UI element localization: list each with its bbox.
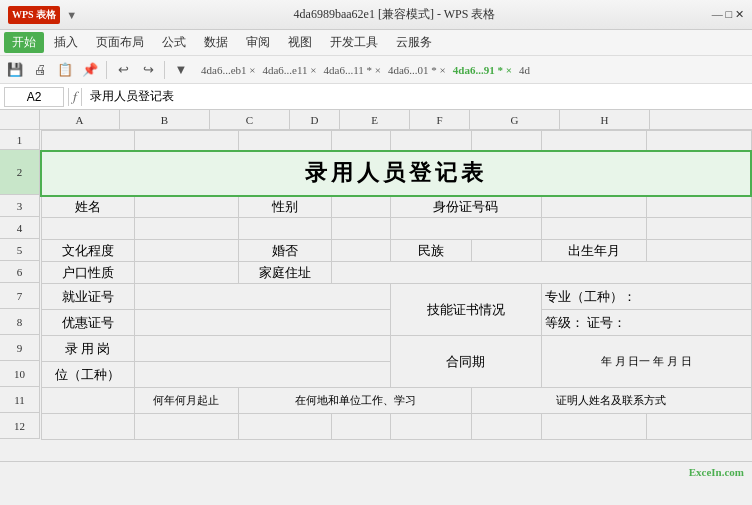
cell-c5[interactable]: 婚否 (239, 240, 332, 262)
cell-d3[interactable] (332, 196, 390, 218)
title-bar: WPS 表格 ▼ 4da6989baa62e1 [兼容模式] - WPS 表格 … (0, 0, 752, 30)
toolbar-paste[interactable]: 📌 (79, 59, 101, 81)
cell-b10[interactable] (134, 362, 390, 388)
toolbar-save[interactable]: 💾 (4, 59, 26, 81)
cell-f5[interactable] (472, 240, 542, 262)
cell-d5[interactable] (332, 240, 390, 262)
cell-e9[interactable]: 合同期 (390, 336, 541, 388)
cell-d1[interactable] (332, 131, 390, 151)
cell-h4[interactable] (646, 218, 751, 240)
formula-icon: 𝑓 (73, 89, 77, 105)
cell-f12[interactable] (472, 414, 542, 440)
cell-b12[interactable] (134, 414, 239, 440)
cell-a7[interactable]: 就业证号 (41, 284, 134, 310)
menu-data[interactable]: 数据 (196, 32, 236, 53)
cell-a4[interactable] (41, 218, 134, 240)
toolbar-print[interactable]: 🖨 (29, 59, 51, 81)
table-row (41, 131, 751, 151)
cell-h12[interactable] (646, 414, 751, 440)
cell-b6[interactable] (134, 262, 239, 284)
menu-start[interactable]: 开始 (4, 32, 44, 53)
menu-insert[interactable]: 插入 (46, 32, 86, 53)
col-header-a: A (40, 110, 120, 129)
col-header-e: E (340, 110, 410, 129)
cell-a8[interactable]: 优惠证号 (41, 310, 134, 336)
cell-b4[interactable] (134, 218, 239, 240)
formula-sep2 (81, 88, 82, 106)
cell-reference[interactable] (4, 87, 64, 107)
formula-input[interactable] (86, 87, 748, 107)
menu-formula[interactable]: 公式 (154, 32, 194, 53)
window-controls[interactable]: — □ ✕ (712, 8, 744, 21)
cell-b8[interactable] (134, 310, 390, 336)
cell-e1[interactable] (390, 131, 471, 151)
cell-a3[interactable]: 姓名 (41, 196, 134, 218)
tab-label-6: 4d (519, 64, 530, 76)
cell-e12[interactable] (390, 414, 471, 440)
cell-b1[interactable] (134, 131, 239, 151)
menu-cloud[interactable]: 云服务 (388, 32, 440, 53)
toolbar-copy[interactable]: 📋 (54, 59, 76, 81)
table-row: 就业证号 技能证书情况 专业（工种）： (41, 284, 751, 310)
cell-c11[interactable]: 在何地和单位工作、学习 (239, 388, 472, 414)
cell-title[interactable]: 录用人员登记表 (41, 151, 751, 196)
cell-b5[interactable] (134, 240, 239, 262)
table-row: 姓名 性别 身份证号码 (41, 196, 751, 218)
cell-g9[interactable]: 年 月 日一 年 月 日 (541, 336, 751, 388)
cell-c3[interactable]: 性别 (239, 196, 332, 218)
cell-e7[interactable]: 技能证书情况 (390, 284, 541, 336)
cell-b11[interactable]: 何年何月起止 (134, 388, 239, 414)
tab-label-1: 4da6...eb1 × (201, 64, 255, 76)
col-header-g: G (470, 110, 560, 129)
cell-d4[interactable] (332, 218, 390, 240)
cell-g4[interactable] (541, 218, 646, 240)
cell-a12[interactable] (41, 414, 134, 440)
menu-review[interactable]: 审阅 (238, 32, 278, 53)
cell-a1[interactable] (41, 131, 134, 151)
cell-b3[interactable] (134, 196, 239, 218)
spreadsheet-grid: 录用人员登记表 姓名 性别 身份证号码 (40, 130, 752, 461)
col-header-b: B (120, 110, 210, 129)
cell-c1[interactable] (239, 131, 332, 151)
cell-d12[interactable] (332, 414, 390, 440)
cell-g1[interactable] (541, 131, 646, 151)
toolbar: 💾 🖨 📋 📌 ↩ ↪ ▼ 4da6...eb1 × 4da6...e11 × … (0, 56, 752, 84)
window-title: 4da6989baa62e1 [兼容模式] - WPS 表格 (294, 6, 496, 23)
row-num-3: 3 (0, 195, 40, 217)
cell-c12[interactable] (239, 414, 332, 440)
cell-h5[interactable] (646, 240, 751, 262)
toolbar-undo[interactable]: ↩ (112, 59, 134, 81)
menu-page-layout[interactable]: 页面布局 (88, 32, 152, 53)
cell-h1[interactable] (646, 131, 751, 151)
cell-g12[interactable] (541, 414, 646, 440)
cell-g3[interactable] (541, 196, 646, 218)
row-num-8: 8 (0, 309, 40, 335)
cell-f1[interactable] (472, 131, 542, 151)
cell-a10[interactable]: 位（工种） (41, 362, 134, 388)
toolbar-dropdown[interactable]: ▼ (170, 59, 192, 81)
tab-label-4: 4da6...01 * × (388, 64, 446, 76)
cell-a6[interactable]: 户口性质 (41, 262, 134, 284)
grid-container: 1 2 3 4 5 6 7 8 9 10 11 12 (0, 130, 752, 461)
cell-e5[interactable]: 民族 (390, 240, 471, 262)
cell-b9[interactable] (134, 336, 390, 362)
toolbar-redo[interactable]: ↪ (137, 59, 159, 81)
table-row: 录用人员登记表 (41, 151, 751, 196)
cell-c6[interactable]: 家庭住址 (239, 262, 332, 284)
cell-e3[interactable]: 身份证号码 (390, 196, 541, 218)
cell-a9[interactable]: 录 用 岗 (41, 336, 134, 362)
menu-dev-tools[interactable]: 开发工具 (322, 32, 386, 53)
cell-h3[interactable] (646, 196, 751, 218)
cell-g7[interactable]: 专业（工种）： (541, 284, 751, 310)
cell-b7[interactable] (134, 284, 390, 310)
cell-c4[interactable] (239, 218, 332, 240)
cell-e4[interactable] (390, 218, 541, 240)
cell-a5[interactable]: 文化程度 (41, 240, 134, 262)
cell-a11[interactable] (41, 388, 134, 414)
cell-d6[interactable] (332, 262, 751, 284)
menu-view[interactable]: 视图 (280, 32, 320, 53)
cell-g8[interactable]: 等级： 证号： (541, 310, 751, 336)
cell-g5[interactable]: 出生年月 (541, 240, 646, 262)
cell-f11[interactable]: 证明人姓名及联系方式 (472, 388, 751, 414)
col-header-d: D (290, 110, 340, 129)
